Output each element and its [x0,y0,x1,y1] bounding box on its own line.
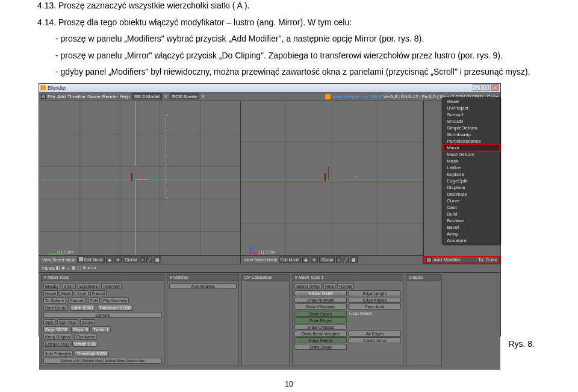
clockwise-button[interactable]: Clockwise [74,334,97,340]
vp-menu-view[interactable]: View [42,258,51,262]
facearea-button[interactable]: Face Area [349,303,401,310]
drawfaces-button[interactable]: Draw Faces [294,311,347,317]
spindup-button[interactable]: Spin Dup [57,319,78,325]
mod-mask[interactable]: Mask [443,158,500,164]
mod-meshdeform[interactable]: MeshDeform [443,151,500,158]
threshold2-field[interactable]: Threshold 0.800 [75,350,109,356]
reveal-button[interactable]: Reveal [337,283,354,289]
drawcreases-button[interactable]: Draw Creases [294,324,347,330]
mod-particleinstance[interactable]: ParticleInstance [443,138,500,145]
mod-shrinkwrap[interactable]: Shrinkwrap [443,131,500,138]
drawnormals-button[interactable]: Draw Normals [294,297,347,303]
noise-button[interactable]: Noise [43,290,58,296]
window-type-icon[interactable] [41,94,46,99]
menu-timeline[interactable]: Timeline [67,94,85,99]
offset-field[interactable]: Offset: 1.00 [72,341,98,347]
drawseams-button[interactable]: Draw Seams [294,337,347,343]
select-vertex-icon[interactable]: ▪ [140,257,144,263]
mod-build[interactable]: Build [443,211,500,217]
fractal-button[interactable]: Fractal [90,290,107,296]
steps-field[interactable]: Steps: 9 [71,326,90,332]
frame-number[interactable]: ◂ 1 ▸ [87,266,97,270]
orientation[interactable]: Global [319,257,335,263]
threshold-field[interactable]: Threshold: 0.010 [97,305,132,311]
mod-wave[interactable]: Wave [443,98,500,105]
xsort-button[interactable]: Xsort [75,290,88,296]
select-face-icon[interactable]: ▦ [154,257,161,263]
vp-menu-select[interactable]: Select [52,258,64,262]
delimit-row[interactable]: Delimit UVs | Delimit Vcol | Delimit Sha… [43,358,162,364]
jointriangles-button[interactable]: Join Triangles [43,350,73,356]
shade-icon[interactable]: ◉ [106,257,113,263]
screw-button[interactable]: Screw [80,319,95,325]
hash-button[interactable]: Hash [60,290,73,296]
drawvnormals-button[interactable]: Draw VNormals [294,303,347,310]
blender-site-link[interactable]: www.blender.org 249.2 [332,94,381,99]
beauty-button[interactable]: Beauty [43,283,60,289]
edgelength-button[interactable]: Edge Length [349,290,401,296]
degr-field[interactable]: Degr: 90.00 [43,326,69,332]
shade-icon[interactable]: ◉ [302,257,309,263]
turns-field[interactable]: Turns: 1 [92,326,110,332]
select-edge-icon[interactable]: ╱ [146,257,152,263]
edgeangles-button[interactable]: Edge Angles [349,297,401,303]
extrude-button[interactable]: Extrude [43,312,162,318]
mod-armature[interactable]: Armature [443,237,500,244]
context-icon[interactable]: ◉ [61,266,65,270]
addmultires-button[interactable]: Add Multires [169,283,237,289]
extrudedup-button[interactable]: Extrude Dup [43,341,70,347]
mod-bevel[interactable]: Bevel [443,224,500,231]
split-button[interactable]: Split [88,297,100,303]
vp-menu-mesh[interactable]: Mesh [66,258,76,262]
mod-decimate[interactable]: Decimate [443,191,500,198]
mod-displace[interactable]: Displace [443,184,500,191]
menu-add[interactable]: Add [57,94,66,99]
short-button[interactable]: Short [62,283,76,289]
viewport-right[interactable]: (1) Cube View Select Mesh Edit Mode ◉ ⊕ … [241,101,423,264]
mod-subsurf[interactable]: Subsurf [443,111,500,118]
mod-curve[interactable]: Curve [443,198,500,204]
select-vertex-icon[interactable]: ▪ [336,257,341,263]
context-icon[interactable]: ◧ [56,266,60,270]
context-icon[interactable]: ⬚ [77,266,81,270]
remdoubl-button[interactable]: Rem Doubl [43,305,68,311]
limit-field[interactable]: Limit: 0.001 [70,305,95,311]
menu-help[interactable]: Help [120,94,129,99]
mod-uvproject[interactable]: UVProject [443,105,500,111]
vp-menu-select[interactable]: Select [254,258,266,262]
mod-boolean[interactable]: Boolean [443,217,500,224]
drawsharp-button[interactable]: Draw Sharp [294,344,347,350]
mod-lattice[interactable]: Lattice [443,164,500,171]
mod-explode[interactable]: Explode [443,171,500,178]
viewport-left[interactable]: (1) Cube View Select Mesh Edit Mode ◉ ⊕ … [39,101,241,264]
flipnormals-button[interactable]: Flip Normals [102,297,129,303]
close-button[interactable]: × [491,84,499,91]
drawbevel-button[interactable]: Draw Bevel Weights [294,331,347,337]
mod-simpledeform[interactable]: SimpleDeform [443,125,500,131]
vp-menu-view[interactable]: View [244,258,253,262]
selectswap-button[interactable]: Select Swap [294,283,322,289]
context-icon[interactable]: ⚙ [82,266,86,270]
tosphere-button[interactable]: To Sphere [43,297,66,303]
alledges-button[interactable]: All Edges [349,331,401,337]
menu-file[interactable]: File [48,94,55,99]
pivot-icon[interactable]: ⊕ [114,257,122,263]
context-icon[interactable]: ▦ [72,266,76,270]
mode-selector[interactable]: Edit Mode [77,257,105,263]
mod-cast[interactable]: Cast [443,204,500,211]
keeporiginal-button[interactable]: Keep Original [43,334,72,340]
mod-edgesplit[interactable]: EdgeSplit [443,178,500,184]
minimize-button[interactable]: – [473,84,481,91]
pivot-icon[interactable]: ⊕ [311,257,318,263]
menu-render[interactable]: Render [102,94,118,99]
screen-layout[interactable]: SR:2-Model [132,93,162,99]
nsize-field[interactable]: NSize: 0.100 [294,290,347,296]
menu-game[interactable]: Game [87,94,101,99]
mode-selector[interactable]: Edit Mode [279,257,302,263]
mod-mirror[interactable]: Mirror [443,145,500,151]
mod-array[interactable]: Array [443,231,500,237]
subdivide-button[interactable]: Subdivide [78,283,100,289]
hide-button[interactable]: Hide [323,283,335,289]
xaxismirror-button[interactable]: X-axis mirror [349,337,401,343]
context-icon[interactable]: ☼ [66,266,70,270]
